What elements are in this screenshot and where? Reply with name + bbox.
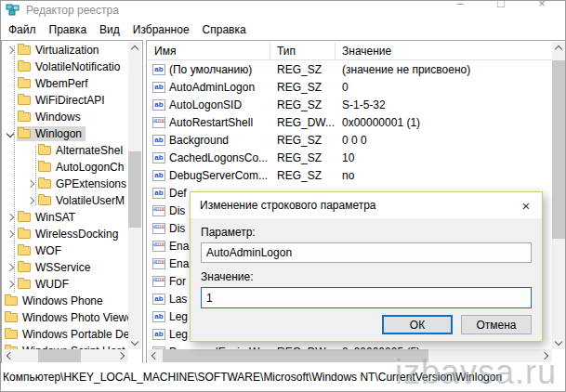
reg-sz-icon: ab	[152, 152, 165, 163]
menu-edit[interactable]: Правка	[43, 21, 94, 38]
list-vertical-scrollbar[interactable]	[552, 42, 565, 349]
scroll-up-icon[interactable]	[552, 42, 565, 55]
value-row-passwordexpirywarning[interactable]: 011110PasswordExpiryWarn...REG_DW...0x00…	[148, 343, 552, 349]
value-row-background[interactable]: abBackgroundREG_SZ0 0 0	[148, 131, 552, 149]
tree-horizontal-scrollbar[interactable]	[3, 349, 128, 362]
scroll-down-icon[interactable]	[128, 336, 141, 349]
ok-button[interactable]: ОК	[382, 315, 453, 334]
scroll-up-icon[interactable]	[128, 42, 141, 55]
tree-item-windows-portable-devices[interactable]: Windows Portable Devic	[2, 326, 128, 343]
cancel-button[interactable]: Отмена	[461, 315, 532, 334]
dialog-close-icon[interactable]: ×	[510, 194, 542, 216]
reg-sz-icon: ab	[152, 82, 165, 93]
scroll-left-icon[interactable]	[3, 349, 16, 362]
tree-hscroll-thumb[interactable]	[38, 349, 81, 362]
folder-icon	[18, 246, 31, 255]
tree-item-alternateshell[interactable]: AlternateShel	[2, 142, 128, 159]
tree-item-virtualization[interactable]: Virtualization	[2, 42, 128, 59]
menu-favorites[interactable]: Избранное	[126, 21, 196, 38]
tree-item-volatilenotifications[interactable]: VolatileNotificatio	[2, 59, 128, 75]
column-header-name[interactable]: Имя	[148, 42, 270, 59]
tree-item-wudf[interactable]: WUDF	[2, 276, 128, 293]
folder-icon	[5, 313, 18, 322]
tree-item-wirelessdocking[interactable]: WirelessDocking	[2, 226, 128, 242]
tree-item-wbemperf[interactable]: WbemPerf	[2, 75, 128, 92]
menu-view[interactable]: Вид	[93, 21, 126, 38]
tree-item-windows-script-host[interactable]: Windows Script Host	[2, 343, 128, 349]
tree-item-windows-photo-viewer[interactable]: Windows Photo Viewer	[2, 309, 128, 326]
tree-item-gpextensions[interactable]: GPExtensions	[2, 176, 128, 192]
chevron-right-icon[interactable]	[27, 180, 34, 188]
column-header-type[interactable]: Тип	[270, 42, 336, 59]
maximize-icon[interactable]: □	[494, 0, 507, 10]
reg-sz-icon: ab	[152, 135, 165, 146]
tree-rows: Virtualization VolatileNotificatio WbemP…	[2, 42, 128, 349]
tree-item-wifidirectapi[interactable]: WiFiDirectAPI	[2, 92, 128, 109]
folder-icon	[18, 79, 31, 88]
tree-item-winlogon-selected[interactable]: Winlogon	[2, 125, 128, 142]
chevron-right-icon[interactable]	[7, 214, 14, 221]
chevron-right-icon[interactable]	[7, 281, 14, 288]
list-horizontal-scrollbar[interactable]	[148, 349, 552, 362]
tree-item-autologonchecked[interactable]: AutoLogonCh	[2, 159, 128, 176]
chevron-right-icon[interactable]	[7, 46, 14, 54]
tree-item-windows-phone[interactable]: Windows Phone	[2, 293, 128, 309]
dialog-buttons: ОК Отмена	[382, 315, 532, 334]
minimize-icon[interactable]: –	[454, 0, 467, 10]
chevron-right-icon[interactable]	[27, 197, 34, 204]
window-controls: – □ ×	[454, 0, 548, 10]
param-field[interactable]: AutoAdminLogon	[201, 242, 532, 263]
value-row-cachedlogonscount[interactable]: abCachedLogonsCo...REG_SZ10	[148, 149, 552, 166]
list-header: Имя Тип Значение	[148, 42, 552, 60]
folder-icon	[18, 96, 31, 105]
reg-dword-icon: 011110	[152, 241, 165, 252]
menu-bar: Файл Правка Вид Избранное Справка	[1, 20, 565, 39]
folder-icon	[38, 146, 51, 155]
value-row-autoadminlogon[interactable]: abAutoAdminLogonREG_SZ0	[148, 78, 552, 96]
tree-item-wof[interactable]: WOF	[2, 242, 128, 259]
list-hscroll-thumb[interactable]	[163, 349, 428, 362]
chevron-right-icon[interactable]	[7, 230, 14, 238]
reg-dword-icon: 011110	[152, 117, 165, 128]
reg-dword-icon: 011110	[152, 223, 165, 234]
status-bar: Компьютер\HKEY_LOCAL_MACHINE\SOFTWARE\Mi…	[1, 363, 565, 391]
reg-sz-icon: ab	[152, 99, 165, 111]
list-vscroll-thumb[interactable]	[552, 60, 565, 239]
value-row-debugservercommand[interactable]: abDebugServerCom...REG_SZno	[148, 166, 552, 184]
value-label: Значение:	[201, 270, 542, 283]
reg-sz-icon: ab	[152, 329, 165, 340]
folder-icon	[5, 296, 18, 306]
reg-sz-icon: ab	[152, 294, 165, 305]
reg-sz-icon: ab	[152, 188, 165, 199]
chevron-right-icon[interactable]	[7, 264, 14, 271]
tree-vscroll-thumb[interactable]	[128, 151, 141, 228]
tree-item-windows[interactable]: Windows	[2, 109, 128, 125]
scroll-down-icon[interactable]	[552, 336, 565, 349]
menu-file[interactable]: Файл	[2, 21, 43, 38]
value-row-default[interactable]: ab(По умолчанию)REG_SZ(значение не присв…	[148, 60, 552, 78]
column-header-value[interactable]: Значение	[336, 42, 552, 59]
value-input[interactable]: 1	[201, 287, 532, 308]
folder-icon	[18, 46, 31, 55]
folder-icon	[18, 112, 31, 122]
folder-icon	[18, 263, 31, 272]
chevron-down-icon[interactable]	[7, 130, 14, 137]
scroll-right-icon[interactable]	[539, 349, 552, 362]
menu-help[interactable]: Справка	[196, 21, 253, 38]
scroll-left-icon[interactable]	[148, 349, 161, 362]
value-row-autologonsid[interactable]: abAutoLogonSIDREG_SZS-1-5-32	[148, 96, 552, 113]
tree-guide-line	[14, 46, 15, 293]
param-label: Параметр:	[201, 226, 542, 239]
reg-sz-icon: ab	[152, 170, 165, 181]
folder-icon	[38, 196, 51, 205]
window-title: Редактор реестра	[26, 4, 119, 17]
close-icon[interactable]: ×	[535, 0, 548, 10]
scroll-right-icon[interactable]	[115, 349, 128, 362]
tree-vertical-scrollbar[interactable]	[128, 42, 141, 349]
folder-icon	[18, 229, 31, 239]
registry-path: Компьютер\HKEY_LOCAL_MACHINE\SOFTWARE\Mi…	[3, 371, 502, 384]
tree-item-wsservice[interactable]: WSService	[2, 259, 128, 276]
value-row-autorestartshell[interactable]: 011110AutoRestartShellREG_DW...0x0000000…	[148, 113, 552, 131]
tree-item-volatileusermgmt[interactable]: VolatileUserM	[2, 192, 128, 209]
tree-item-winsat[interactable]: WinSAT	[2, 209, 128, 226]
